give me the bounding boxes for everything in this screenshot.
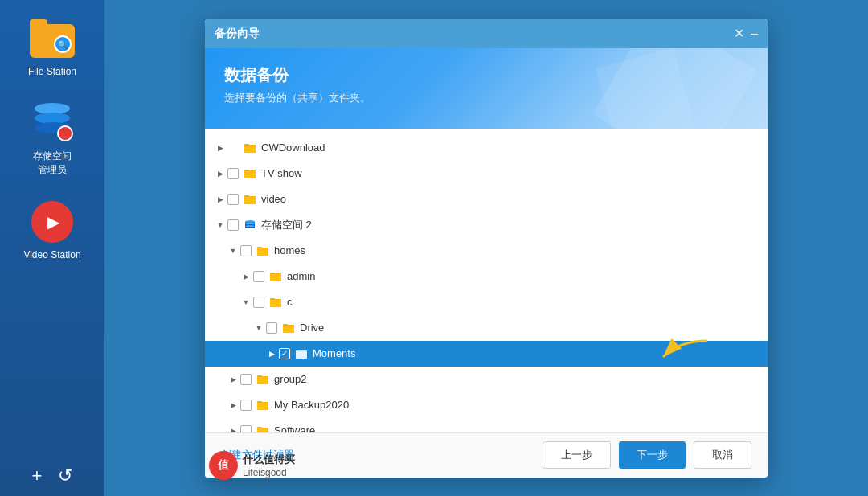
tree-item-label: Moments (313, 347, 355, 359)
folder-icon (244, 141, 256, 154)
tree-arrow-icon[interactable]: ▼ (215, 219, 226, 231)
footer-buttons: 上一步 下一步 取消 (542, 441, 751, 469)
tree-item-label: c (287, 296, 293, 308)
tree-arrow-icon[interactable]: ▶ (215, 142, 226, 154)
tree-arrow-icon[interactable]: ▶ (227, 400, 239, 411)
backup-wizard-dialog: 备份向导 ✕ – 数据备份 选择要备份的（共享）文件夹。 ▶CWDownload… (205, 19, 768, 478)
db-icon (244, 219, 256, 232)
tree-arrow-icon[interactable]: ▼ (227, 245, 239, 256)
prev-button[interactable]: 上一步 (542, 441, 611, 469)
dialog-banner: 数据备份 选择要备份的（共享）文件夹。 (205, 48, 768, 129)
tree-item[interactable]: ▶Moments (205, 341, 768, 367)
dialog-controls: ✕ – (734, 26, 758, 41)
sidebar-bottom: + ↺ (23, 456, 83, 496)
folder-tree: ▶CWDownload▶TV show▶video▼存储空间 2▼homes▶a… (205, 129, 768, 432)
tree-item-label: 存储空间 2 (261, 218, 312, 232)
tree-item-label: TV show (261, 167, 302, 179)
folder-icon (256, 399, 269, 412)
tree-checkbox[interactable] (240, 400, 252, 411)
tree-arrow-icon[interactable]: ▶ (240, 271, 252, 282)
sidebar-item-storage-manager[interactable]: 存储空间 管理员 (4, 92, 100, 183)
history-button[interactable]: ↺ (58, 465, 72, 486)
tree-item-label: homes (274, 244, 305, 256)
video-station-icon-wrapper (28, 198, 76, 246)
folder-icon (256, 244, 269, 257)
storage-manager-icon-wrapper (28, 98, 76, 146)
tree-item[interactable]: ▼homes (205, 238, 768, 264)
dialog-body[interactable]: ▶CWDownload▶TV show▶video▼存储空间 2▼homes▶a… (205, 129, 768, 432)
cancel-button[interactable]: 取消 (694, 441, 751, 469)
tree-item-label: Drive (300, 322, 324, 334)
dialog-titlebar: 备份向导 ✕ – (205, 19, 768, 48)
banner-subtitle: 选择要备份的（共享）文件夹。 (224, 91, 748, 105)
dialog-close-button[interactable]: ✕ (734, 26, 744, 41)
folder-icon (256, 373, 269, 386)
sidebar-item-label-video-station: Video Station (23, 249, 80, 260)
storage-manager-icon (31, 103, 73, 141)
tree-checkbox[interactable] (240, 245, 252, 256)
add-app-button[interactable]: + (32, 465, 43, 486)
folder-icon (282, 322, 295, 334)
svg-rect-5 (245, 227, 255, 228)
tree-item[interactable]: ▶group2 (205, 367, 768, 392)
folder-icon (244, 167, 256, 180)
watermark: 值 什么值得买 Lifeisgood (209, 451, 295, 480)
tree-arrow-icon[interactable]: ▼ (253, 322, 264, 334)
sidebar-item-video-station[interactable]: Video Station (4, 191, 100, 267)
folder-icon (244, 193, 256, 206)
tree-checkbox[interactable] (240, 425, 252, 432)
tree-item[interactable]: ▶video (205, 187, 768, 212)
folder-icon (295, 347, 308, 360)
tree-item[interactable]: ▼存储空间 2 (205, 212, 768, 238)
video-station-icon (31, 201, 73, 243)
next-button[interactable]: 下一步 (619, 441, 686, 469)
tree-item[interactable]: ▶CWDownload (205, 135, 768, 161)
tree-item-label: group2 (274, 373, 306, 385)
tree-item[interactable]: ▶Software (205, 418, 768, 432)
tree-arrow-icon[interactable]: ▶ (227, 425, 239, 432)
tree-checkbox[interactable] (253, 297, 264, 308)
sidebar-item-file-station[interactable]: File Station (4, 8, 100, 84)
file-station-icon (30, 19, 75, 58)
tree-item-label: My Backup2020 (274, 399, 349, 411)
tree-item[interactable]: ▼Drive (205, 315, 768, 341)
tree-arrow-icon[interactable]: ▶ (266, 348, 277, 359)
tree-item-label: video (261, 193, 286, 205)
tree-arrow-icon[interactable]: ▶ (227, 374, 239, 385)
banner-title: 数据备份 (224, 64, 748, 86)
tree-arrow-icon[interactable]: ▶ (215, 168, 226, 179)
tree-item-label: Software (274, 424, 315, 432)
tree-item-label: admin (287, 270, 315, 282)
sidebar: File Station 存储空间 管理员 Video Station + ↺ (0, 0, 104, 496)
main-area: 值 什么值得买 Lifeisgood 备份向导 ✕ – 数据备份 选择要备份的（… (104, 0, 868, 496)
tree-item-label: CWDownload (261, 141, 325, 154)
tree-item[interactable]: ▶admin (205, 264, 768, 289)
file-station-icon-wrapper (28, 14, 76, 63)
folder-icon (269, 270, 282, 283)
watermark-circle: 值 (209, 451, 238, 480)
tree-arrow-icon[interactable]: ▼ (240, 297, 252, 308)
tree-checkbox[interactable] (253, 271, 264, 282)
sidebar-item-label-storage-manager: 存储空间 管理员 (33, 150, 72, 177)
dialog-title: 备份向导 (215, 27, 260, 41)
tree-checkbox[interactable] (227, 219, 239, 231)
watermark-text: 什么值得买 Lifeisgood (243, 453, 295, 478)
tree-item[interactable]: ▶My Backup2020 (205, 392, 768, 418)
tree-arrow-icon[interactable]: ▶ (215, 194, 226, 205)
tree-checkbox[interactable] (227, 194, 239, 205)
dialog-minimize-button[interactable]: – (751, 27, 758, 41)
tree-checkbox[interactable] (240, 374, 252, 385)
tree-checkbox[interactable] (227, 168, 239, 179)
sidebar-item-label-file-station: File Station (28, 66, 76, 77)
tree-checkbox[interactable] (266, 322, 277, 334)
folder-icon (256, 424, 269, 432)
folder-icon (269, 296, 282, 309)
tree-item[interactable]: ▼c (205, 289, 768, 315)
tree-checkbox[interactable] (279, 348, 290, 359)
tree-item[interactable]: ▶TV show (205, 161, 768, 187)
